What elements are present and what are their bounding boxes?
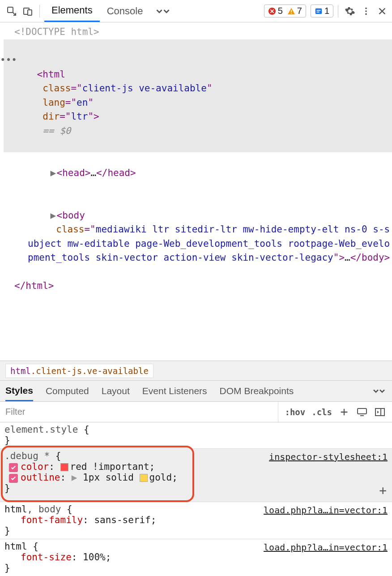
warning-icon — [287, 7, 295, 15]
svg-rect-7 — [316, 10, 320, 11]
panel-tabs: Styles Computed Layout Event Listeners D… — [0, 380, 392, 402]
panel-tab-computed[interactable]: Computed — [46, 381, 89, 401]
svg-rect-13 — [375, 408, 384, 416]
expand-triangle-icon[interactable]: ▶ — [51, 209, 57, 223]
top-tabs: Elements Console — [44, 0, 176, 22]
svg-rect-6 — [315, 8, 322, 14]
svg-rect-12 — [358, 408, 366, 414]
add-rule-icon[interactable]: + — [379, 483, 387, 498]
device-toggle-icon[interactable] — [21, 4, 35, 18]
svg-rect-2 — [28, 10, 32, 15]
property-toggle-checkbox[interactable] — [9, 474, 18, 483]
toggle-sidebar-icon[interactable] — [374, 406, 386, 418]
new-style-rule-icon[interactable] — [338, 406, 350, 418]
rule-html[interactable]: load.php?la…in=vector:1 html { font-size… — [0, 539, 392, 576]
styles-filter-input[interactable] — [0, 402, 278, 422]
rule-source-link[interactable]: load.php?la…in=vector:1 — [264, 542, 388, 553]
devtools-toolbar: Elements Console 5 7 1 — [0, 0, 392, 22]
computed-layout-icon[interactable] — [356, 406, 368, 418]
panel-tab-dom-breakpoints[interactable]: DOM Breakpoints — [220, 381, 294, 401]
settings-gear-icon[interactable] — [343, 4, 357, 18]
error-warning-badge[interactable]: 5 7 — [264, 4, 306, 17]
rule-element-style[interactable]: element.style { } — [0, 422, 392, 449]
svg-point-9 — [365, 7, 367, 9]
toolbar-divider — [338, 5, 338, 17]
color-swatch[interactable] — [60, 463, 68, 471]
issues-icon — [315, 7, 323, 15]
error-count: 5 — [278, 6, 283, 16]
hov-toggle[interactable]: :hov — [285, 407, 305, 417]
dom-doctype[interactable]: <!DOCTYPE html> — [4, 25, 392, 39]
rule-html-body[interactable]: load.php?la…in=vector:1 html, body { fon… — [0, 502, 392, 539]
expand-triangle-icon[interactable]: ▶ — [51, 166, 57, 181]
svg-rect-4 — [291, 10, 292, 12]
cls-toggle[interactable]: .cls — [311, 407, 332, 417]
expand-triangle-icon[interactable]: ▶ — [72, 472, 83, 483]
toolbar-divider — [39, 5, 40, 17]
rule-source-link[interactable]: inspector-stylesheet:1 — [269, 451, 388, 462]
elements-tree[interactable]: <!DOCTYPE html> ••• <html class="client-… — [0, 22, 392, 361]
tab-elements[interactable]: Elements — [44, 0, 100, 22]
svg-rect-8 — [316, 11, 319, 12]
panel-tab-layout[interactable]: Layout — [102, 381, 130, 401]
panel-tab-overflow[interactable] — [371, 381, 387, 401]
panel-tab-styles[interactable]: Styles — [5, 381, 33, 401]
dom-head[interactable]: ▶<head>…</head> — [4, 152, 392, 195]
selection-ref: == $0 — [37, 125, 71, 136]
styles-filter-row: :hov .cls — [0, 402, 392, 422]
svg-rect-0 — [8, 7, 13, 13]
property-toggle-checkbox[interactable] — [9, 463, 18, 472]
breadcrumb-chip[interactable]: html.client-js.ve-available — [5, 364, 153, 378]
warning-count: 7 — [297, 6, 302, 16]
issues-badge[interactable]: 1 — [311, 4, 333, 17]
svg-point-11 — [365, 13, 367, 15]
rule-debug[interactable]: inspector-stylesheet:1 .debug * { color:… — [0, 449, 392, 502]
dom-html-open[interactable]: ••• <html class="client-js ve-available"… — [4, 39, 392, 152]
svg-point-10 — [365, 10, 367, 12]
styles-rules: element.style { } inspector-stylesheet:1… — [0, 422, 392, 576]
breadcrumb: html.client-js.ve-available — [0, 361, 392, 380]
kebab-menu-icon[interactable] — [359, 4, 373, 18]
color-swatch[interactable] — [140, 474, 148, 482]
panel-tab-event-listeners[interactable]: Event Listeners — [142, 381, 207, 401]
inspect-icon[interactable] — [4, 4, 19, 18]
selection-dots-icon: ••• — [0, 53, 17, 68]
close-icon[interactable] — [375, 4, 389, 18]
dom-html-close[interactable]: </html> — [4, 279, 392, 293]
tab-console[interactable]: Console — [100, 0, 150, 22]
rule-source-link[interactable]: load.php?la…in=vector:1 — [264, 505, 388, 516]
issues-count: 1 — [324, 6, 329, 16]
tab-overflow[interactable] — [150, 0, 176, 22]
svg-rect-5 — [291, 13, 292, 13]
dom-body[interactable]: ▶<body class="mediawiki ltr sitedir-ltr … — [4, 194, 392, 279]
error-icon — [268, 7, 276, 15]
